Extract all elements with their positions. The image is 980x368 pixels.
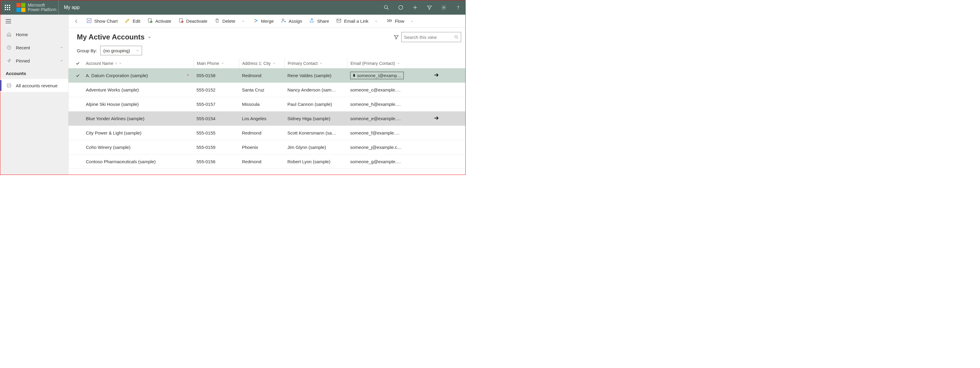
email-link-split-button[interactable] xyxy=(372,19,380,23)
sidebar-item-all-accounts-revenue[interactable]: All accounts revenue xyxy=(0,79,68,92)
app-name[interactable]: My app xyxy=(59,5,85,10)
chevron-down-icon xyxy=(60,58,64,63)
svg-line-20 xyxy=(457,38,458,39)
cell-account-name[interactable]: Adventure Works (sample) xyxy=(83,87,194,92)
email-link-button[interactable]: Email a Link xyxy=(332,15,372,28)
cell-account-name[interactable]: Alpine Ski House (sample) xyxy=(83,102,194,107)
delete-split-button[interactable] xyxy=(239,19,247,23)
cell-primary-contact[interactable]: Sidney Higa (sample) xyxy=(285,116,347,121)
flow-button[interactable]: Flow xyxy=(383,15,408,28)
cell-primary-contact[interactable]: Nancy Anderson (sam… xyxy=(285,87,347,92)
table-row[interactable]: Adventure Works (sample)555-0152Santa Cr… xyxy=(68,83,465,97)
delete-button[interactable]: Delete xyxy=(211,15,239,28)
cell-account-name[interactable]: Blue Yonder Airlines (sample) xyxy=(83,116,194,121)
cell-email[interactable]: someone_e@example.… xyxy=(347,116,410,121)
cmd-label: Merge xyxy=(261,19,274,24)
table-row[interactable]: Coho Winery (sample)555-0159PhoenixJim G… xyxy=(68,140,465,155)
cell-main-phone[interactable]: 555-0157 xyxy=(194,102,239,107)
share-button[interactable]: Share xyxy=(305,15,332,28)
main-area: Show Chart Edit Activate Deactivate Dele… xyxy=(68,15,465,174)
filter-button[interactable] xyxy=(391,34,401,40)
cell-primary-contact[interactable]: Jim Glynn (sample) xyxy=(285,145,347,150)
svg-rect-15 xyxy=(180,19,183,22)
row-open-arrow[interactable] xyxy=(410,72,445,79)
column-header-account-name[interactable]: Account Name ↑ xyxy=(83,58,194,68)
cell-primary-contact[interactable]: Paul Cannon (sample) xyxy=(285,102,347,107)
chevron-down-icon xyxy=(397,61,400,66)
merge-button[interactable]: Merge xyxy=(250,15,277,28)
cell-city[interactable]: Redmond xyxy=(239,159,285,164)
cell-main-phone[interactable]: 555-0159 xyxy=(194,145,239,150)
svg-line-1 xyxy=(387,8,388,10)
cell-account-name[interactable]: City Power & Light (sample) xyxy=(83,130,194,135)
task-icon[interactable] xyxy=(393,0,408,15)
cell-city[interactable]: Redmond xyxy=(239,73,285,78)
cell-city[interactable]: Santa Cruz xyxy=(239,87,285,92)
cell-primary-contact[interactable]: Scott Konersmann (sa… xyxy=(285,130,347,135)
deactivate-button[interactable]: Deactivate xyxy=(175,15,211,28)
flow-split-button[interactable] xyxy=(408,19,416,23)
activate-button[interactable]: Activate xyxy=(144,15,175,28)
row-open-arrow[interactable] xyxy=(410,115,445,122)
merge-icon xyxy=(253,18,259,24)
cell-email[interactable]: someone_h@example.… xyxy=(347,102,410,107)
column-header-city[interactable]: Address 1: City xyxy=(239,58,285,68)
cell-main-phone[interactable]: 555-0154 xyxy=(194,116,239,121)
cell-main-phone[interactable]: 555-0158 xyxy=(194,73,239,78)
cell-account-name[interactable]: Coho Winery (sample) xyxy=(83,145,194,150)
cell-email[interactable]: someone_g@example.… xyxy=(347,159,410,164)
column-header-primary-contact[interactable]: Primary Contact xyxy=(285,58,347,68)
search-input[interactable] xyxy=(404,35,452,40)
search-icon[interactable] xyxy=(379,0,393,15)
filter-icon[interactable] xyxy=(422,0,437,15)
svg-point-17 xyxy=(282,19,284,21)
sidebar-item-home[interactable]: Home xyxy=(0,28,68,41)
cell-email[interactable]: someone_f@example.… xyxy=(347,130,410,135)
cell-account-name[interactable]: A. Datum Corporation (sample)* xyxy=(83,73,194,78)
home-icon xyxy=(6,32,12,37)
table-row[interactable]: Blue Yonder Airlines (sample)555-0154Los… xyxy=(68,111,465,126)
back-button[interactable] xyxy=(70,15,83,28)
cell-main-phone[interactable]: 555-0156 xyxy=(194,159,239,164)
sidebar-item-pinned[interactable]: Pinned xyxy=(0,54,68,67)
sidebar-group-label: Accounts xyxy=(0,67,68,79)
sidebar-item-recent[interactable]: Recent xyxy=(0,41,68,54)
assign-button[interactable]: Assign xyxy=(277,15,305,28)
pin-icon xyxy=(6,58,12,63)
row-checkbox[interactable] xyxy=(73,73,83,78)
cmd-label: Share xyxy=(317,19,329,24)
cell-email[interactable]: someone_c@example.… xyxy=(347,87,410,92)
group-by-select[interactable]: (no grouping) xyxy=(100,46,142,55)
app-launcher-button[interactable] xyxy=(0,0,15,15)
show-chart-button[interactable]: Show Chart xyxy=(83,15,121,28)
cell-city[interactable]: Redmond xyxy=(239,130,285,135)
view-selector[interactable]: My Active Accounts xyxy=(77,33,152,41)
cell-main-phone[interactable]: 555-0155 xyxy=(194,130,239,135)
add-icon[interactable] xyxy=(408,0,422,15)
cell-city[interactable]: Phoenix xyxy=(239,145,285,150)
column-header-main-phone[interactable]: Main Phone xyxy=(194,58,239,68)
cell-primary-contact[interactable]: Robert Lyon (sample) xyxy=(285,159,347,164)
table-row[interactable]: Contoso Pharmaceuticals (sample)555-0156… xyxy=(68,155,465,169)
select-all-checkbox[interactable] xyxy=(73,61,83,65)
cell-city[interactable]: Missoula xyxy=(239,102,285,107)
settings-icon[interactable] xyxy=(437,0,451,15)
column-label: Primary Contact xyxy=(288,61,318,66)
cell-account-name[interactable]: Contoso Pharmaceuticals (sample) xyxy=(83,159,194,164)
cell-main-phone[interactable]: 555-0152 xyxy=(194,87,239,92)
cell-email[interactable]: someone_j@example.c… xyxy=(347,145,410,150)
cell-primary-contact[interactable]: Rene Valdes (sample) xyxy=(285,73,347,78)
activate-icon xyxy=(148,18,153,24)
edit-button[interactable]: Edit xyxy=(121,15,144,28)
column-header-email[interactable]: Email (Primary Contact) xyxy=(347,58,410,68)
grid-header: Account Name ↑ Main Phone Address 1: Cit… xyxy=(68,58,465,68)
help-icon[interactable] xyxy=(451,0,465,15)
table-row[interactable]: City Power & Light (sample)555-0155Redmo… xyxy=(68,126,465,140)
cell-email[interactable]: someone_i@examp… xyxy=(347,72,410,79)
sidebar-toggle-button[interactable] xyxy=(0,15,68,28)
assign-icon xyxy=(281,18,286,24)
table-row[interactable]: Alpine Ski House (sample)555-0157Missoul… xyxy=(68,97,465,111)
table-row[interactable]: A. Datum Corporation (sample)*555-0158Re… xyxy=(68,68,465,83)
search-view-box[interactable] xyxy=(401,32,461,42)
cell-city[interactable]: Los Angeles xyxy=(239,116,285,121)
